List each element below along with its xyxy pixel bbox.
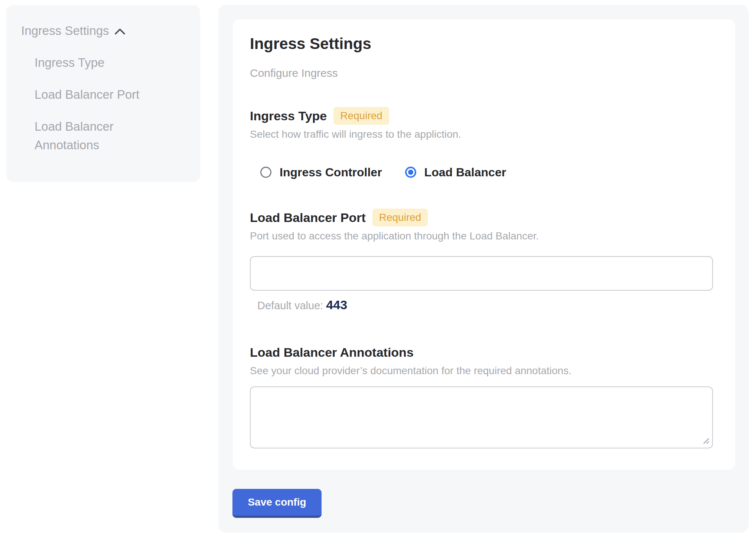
radio-option-load-balancer[interactable]: Load Balancer bbox=[405, 166, 506, 179]
default-value-label: Default value: bbox=[257, 300, 323, 311]
ingress-type-title-row: Ingress Type Required bbox=[250, 106, 713, 125]
radio-label-ingress-controller: Ingress Controller bbox=[280, 166, 382, 179]
load-balancer-annotations-textarea[interactable] bbox=[250, 386, 713, 448]
save-config-button[interactable]: Save config bbox=[232, 489, 322, 518]
resize-handle-icon[interactable] bbox=[703, 437, 710, 445]
ingress-type-title: Ingress Type bbox=[250, 109, 327, 123]
radio-option-ingress-controller[interactable]: Ingress Controller bbox=[260, 166, 382, 179]
sidebar-group-ingress-settings[interactable]: Ingress Settings bbox=[21, 22, 187, 40]
default-value: 443 bbox=[326, 298, 347, 312]
annotations-textarea-wrap bbox=[250, 386, 713, 448]
required-badge: Required bbox=[372, 209, 428, 226]
ingress-settings-card: Ingress Settings Configure Ingress Ingre… bbox=[233, 19, 735, 470]
chevron-up-icon[interactable] bbox=[114, 28, 126, 35]
settings-sidebar: Ingress Settings Ingress Type Load Balan… bbox=[6, 5, 200, 182]
load-balancer-annotations-title-row: Load Balancer Annotations bbox=[250, 343, 713, 362]
load-balancer-port-title-row: Load Balancer Port Required bbox=[250, 208, 713, 227]
ingress-type-radio-group: Ingress Controller Load Balancer bbox=[250, 163, 713, 181]
required-badge: Required bbox=[333, 107, 389, 125]
radio-unchecked-icon[interactable] bbox=[260, 167, 271, 178]
load-balancer-annotations-description: See your cloud provider’s documentation … bbox=[250, 363, 713, 378]
load-balancer-port-title: Load Balancer Port bbox=[250, 210, 366, 225]
ingress-settings-panel: Ingress Settings Configure Ingress Ingre… bbox=[218, 5, 749, 533]
page-subtitle: Configure Ingress bbox=[250, 66, 713, 80]
load-balancer-port-input[interactable] bbox=[250, 256, 713, 291]
radio-label-load-balancer: Load Balancer bbox=[424, 166, 506, 179]
ingress-type-description: Select how traffic will ingress to the a… bbox=[250, 127, 713, 142]
sidebar-group-label: Ingress Settings bbox=[21, 22, 109, 40]
sidebar-item-load-balancer-port[interactable]: Load Balancer Port bbox=[35, 85, 176, 104]
page-title: Ingress Settings bbox=[250, 34, 713, 53]
sidebar-item-ingress-type[interactable]: Ingress Type bbox=[35, 53, 176, 72]
sidebar-item-load-balancer-annotations[interactable]: Load Balancer Annotations bbox=[35, 117, 176, 154]
load-balancer-annotations-title: Load Balancer Annotations bbox=[250, 345, 414, 360]
load-balancer-port-description: Port used to access the application thro… bbox=[250, 229, 713, 244]
default-value-help: Default value:443 bbox=[257, 297, 713, 313]
radio-checked-icon[interactable] bbox=[405, 167, 416, 178]
